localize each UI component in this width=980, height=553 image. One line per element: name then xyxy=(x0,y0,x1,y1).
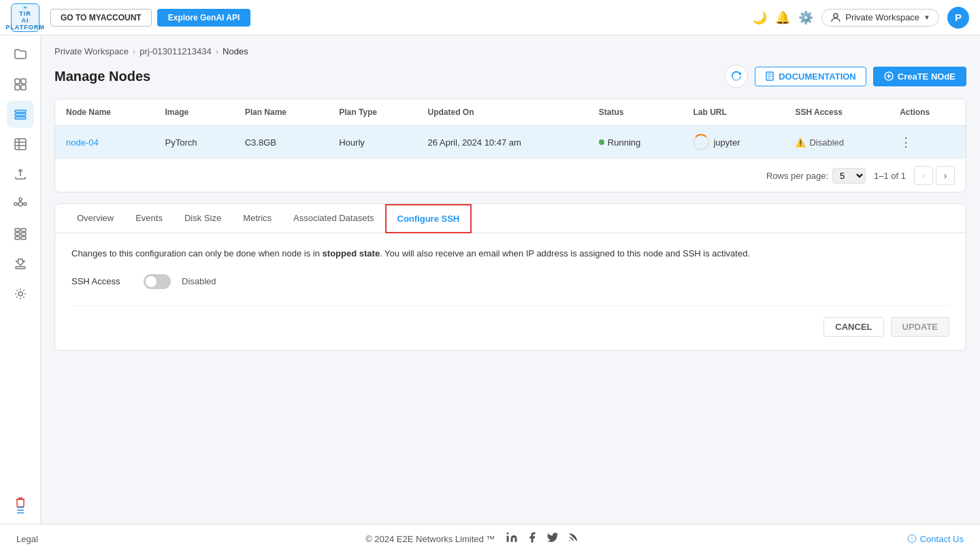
rows-per-page-select[interactable]: 5 10 25 xyxy=(832,168,866,184)
update-button[interactable]: UPDATE xyxy=(891,317,949,337)
breadcrumb-current: Nodes xyxy=(223,46,248,56)
tab-metrics[interactable]: Metrics xyxy=(232,205,282,233)
twitter-icon[interactable] xyxy=(546,531,559,546)
ssh-access-text: Disabled xyxy=(809,137,844,148)
svg-point-14 xyxy=(18,202,22,206)
docs-icon xyxy=(765,71,774,81)
linkedin-icon[interactable] xyxy=(506,531,518,546)
tab-overview[interactable]: Overview xyxy=(66,205,125,233)
next-page-button[interactable]: › xyxy=(936,166,955,185)
col-image: Image xyxy=(154,99,233,126)
page-header: Manage Nodes DOCUMENTATION xyxy=(54,65,966,88)
sidebar-item-folder[interactable] xyxy=(7,41,34,68)
go-myaccount-button[interactable]: GO TO MYACCOUNT xyxy=(50,9,152,27)
svg-rect-4 xyxy=(21,79,26,84)
page-info: 1–1 of 1 xyxy=(874,171,906,181)
tab-content-configure-ssh: Changes to this configuration can only b… xyxy=(55,233,966,350)
table-row[interactable]: node-04 PyTorch C3.8GB Hourly 26 April, … xyxy=(55,126,966,159)
col-status: Status xyxy=(588,99,683,126)
tabs-nav: Overview Events Disk Size Metrics Associ… xyxy=(55,204,966,233)
breadcrumb-sep2: › xyxy=(216,46,218,56)
workspace-icon xyxy=(830,12,841,23)
ssh-toggle-status: Disabled xyxy=(182,276,216,286)
tab-events[interactable]: Events xyxy=(125,205,174,233)
footer-socials xyxy=(506,531,579,546)
ssh-toggle[interactable] xyxy=(144,274,171,289)
status-badge: Running xyxy=(599,137,672,148)
page-nav: ‹ › xyxy=(914,166,955,185)
documentation-button[interactable]: DOCUMENTATION xyxy=(755,67,866,86)
facebook-icon[interactable] xyxy=(526,531,538,546)
ssh-disabled-badge: ⚠️ Disabled xyxy=(795,137,878,148)
svg-rect-7 xyxy=(15,110,26,112)
tab-associated-datasets[interactable]: Associated Datasets xyxy=(282,205,385,233)
notification-icon[interactable]: 🔔 xyxy=(775,10,790,25)
breadcrumb-project[interactable]: prj-013011213434 xyxy=(140,46,212,56)
settings-icon[interactable]: ⚙️ xyxy=(798,10,813,25)
info-bold: stopped state xyxy=(323,248,380,258)
tab-disk-size[interactable]: Disk Size xyxy=(174,205,232,233)
sidebar-item-dashboard[interactable] xyxy=(7,71,34,98)
svg-rect-26 xyxy=(21,237,26,239)
sidebar-item-table[interactable] xyxy=(7,131,34,158)
cell-node-name[interactable]: node-04 xyxy=(55,126,154,159)
dark-mode-icon[interactable]: 🌙 xyxy=(752,10,767,25)
logo-box: TIRAI PLATFORM xyxy=(11,3,39,32)
svg-point-39 xyxy=(569,541,570,542)
lab-url-text[interactable]: jupyter xyxy=(713,137,740,148)
sidebar-item-nodes[interactable] xyxy=(7,101,34,128)
contact-text: Contact Us xyxy=(920,534,964,544)
cell-lab-url[interactable]: jupyter xyxy=(682,126,784,159)
workspace-button[interactable]: Private Workspace ▼ xyxy=(821,9,939,27)
ssh-access-row: SSH Access Disabled xyxy=(71,274,949,289)
prev-page-button[interactable]: ‹ xyxy=(914,166,933,185)
create-node-button[interactable]: CreaTE NOdE xyxy=(873,67,966,86)
table-header: Node Name Image Plan Name Plan Type Upda… xyxy=(55,99,966,126)
nodes-table-card: Node Name Image Plan Name Plan Type Upda… xyxy=(54,99,966,192)
info-prefix: Changes to this configuration can only b… xyxy=(71,248,323,258)
cell-plan-type: Hourly xyxy=(328,126,416,159)
cell-image: PyTorch xyxy=(154,126,233,159)
tab-configure-ssh[interactable]: Configure SSH xyxy=(385,204,472,233)
contact-link[interactable]: Contact Us xyxy=(907,534,964,544)
breadcrumb-workspace[interactable]: Private Workspace xyxy=(54,46,129,56)
col-ssh-access: SSH Access xyxy=(784,99,889,126)
svg-point-38 xyxy=(507,533,509,535)
ssh-info-message: Changes to this configuration can only b… xyxy=(71,247,949,261)
actions-menu-button[interactable]: ⋮ xyxy=(900,135,912,150)
status-dot xyxy=(599,139,604,145)
cell-actions[interactable]: ⋮ xyxy=(889,126,966,159)
sidebar-item-upload[interactable] xyxy=(7,161,34,188)
sidebar-item-network[interactable] xyxy=(7,190,34,218)
cancel-button[interactable]: CANCEL xyxy=(823,317,883,337)
explore-genai-button[interactable]: Explore GenAI API xyxy=(157,9,251,27)
svg-point-1 xyxy=(24,7,26,8)
refresh-button[interactable] xyxy=(725,65,748,88)
tabs-card: Overview Events Disk Size Metrics Associ… xyxy=(54,203,966,351)
navbar-right: 🌙 🔔 ⚙️ Private Workspace ▼ P xyxy=(752,7,969,29)
rows-per-page: Rows per page: 5 10 25 xyxy=(766,168,866,184)
svg-point-42 xyxy=(911,540,912,541)
user-avatar[interactable]: P xyxy=(947,7,969,29)
node-link[interactable]: node-04 xyxy=(66,137,99,148)
navbar: TIRAI PLATFORM GO TO MYACCOUNT Explore G… xyxy=(0,0,980,35)
svg-rect-27 xyxy=(16,267,25,269)
sidebar-item-plugin[interactable] xyxy=(7,250,34,278)
jupyter-spinner xyxy=(693,134,709,150)
svg-rect-10 xyxy=(15,139,26,150)
lab-url-cell: jupyter xyxy=(693,134,773,150)
info-suffix: . You will also receive an email when IP… xyxy=(380,248,750,258)
svg-point-2 xyxy=(834,14,838,18)
header-actions: DOCUMENTATION CreaTE NOdE xyxy=(725,65,966,88)
pagination-row: Rows per page: 5 10 25 1–1 of 1 ‹ › xyxy=(55,158,966,192)
rss-icon[interactable] xyxy=(567,531,579,546)
sidebar-expand-button[interactable] xyxy=(15,505,26,518)
col-actions: Actions xyxy=(889,99,966,126)
sidebar-item-grid2[interactable] xyxy=(7,220,34,248)
warn-icon: ⚠️ xyxy=(795,137,806,148)
sidebar-item-settings[interactable] xyxy=(7,280,34,307)
legal-link[interactable]: Legal xyxy=(16,534,38,544)
svg-rect-22 xyxy=(21,229,26,231)
svg-point-17 xyxy=(19,198,22,201)
svg-point-28 xyxy=(18,292,22,296)
